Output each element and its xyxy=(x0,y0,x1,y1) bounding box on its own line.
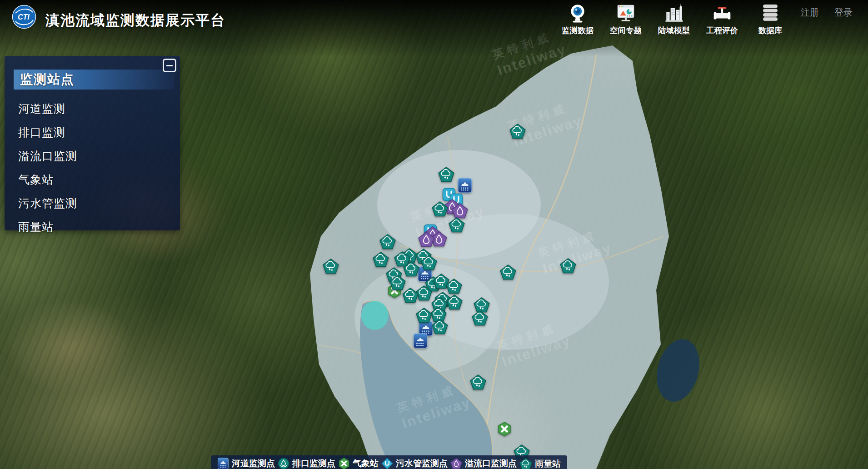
river-station-marker[interactable] xyxy=(458,178,472,193)
webcam-icon xyxy=(567,3,588,24)
rain-station-marker[interactable] xyxy=(509,124,526,140)
overflow-station-marker[interactable] xyxy=(452,203,468,219)
panel-item-rain-station[interactable]: 雨量站 xyxy=(18,220,180,234)
nav-item-land-model[interactable]: 陆域模型 xyxy=(650,3,698,36)
rain-station-marker[interactable] xyxy=(432,319,448,335)
legend-item-overflow: 溢流口监测点 xyxy=(450,458,517,469)
rain-station-marker[interactable] xyxy=(373,252,389,268)
login-link[interactable]: 登录 xyxy=(834,6,853,19)
database-icon xyxy=(760,3,781,24)
rain-station-marker[interactable] xyxy=(416,308,432,324)
rain-station-marker[interactable] xyxy=(449,217,465,233)
rain-station-marker[interactable] xyxy=(389,275,406,291)
river-station-marker[interactable] xyxy=(413,333,428,349)
legend-item-outlet: 排口监测点 xyxy=(278,458,335,469)
rain-station-marker[interactable] xyxy=(472,310,488,326)
panel-item-overflow-monitoring[interactable]: 溢流口监测 xyxy=(18,149,180,164)
monitoring-stations-panel: 监测站点 河道监测 排口监测 溢流口监测 气象站 污水管监测 雨量站 xyxy=(5,56,180,230)
legend-item-river: 河道监测点 xyxy=(217,458,275,469)
rain-station-marker[interactable] xyxy=(379,234,396,250)
nav-item-spatial-topics[interactable]: 空间专题 xyxy=(602,3,650,36)
nav-label: 数据库 xyxy=(758,25,783,36)
sewage-marker-icon xyxy=(381,458,393,469)
company-logo-icon: CTI xyxy=(12,5,36,29)
rain-station-marker[interactable] xyxy=(560,258,576,274)
panel-item-outlet-monitoring[interactable]: 排口监测 xyxy=(18,125,180,140)
nav-label: 监测数据 xyxy=(562,25,594,36)
rain-station-marker[interactable] xyxy=(421,255,437,271)
panel-header: 监测站点 xyxy=(14,70,175,90)
buildings-icon xyxy=(663,3,684,24)
legend-label: 河道监测点 xyxy=(232,458,275,469)
nav-label: 空间专题 xyxy=(610,25,642,36)
weather-marker-icon xyxy=(338,458,350,469)
nav-item-monitoring-data[interactable]: 监测数据 xyxy=(554,3,602,36)
river-marker-icon xyxy=(217,458,229,469)
nav-label: 陆域模型 xyxy=(658,25,690,36)
monitor-chart-icon xyxy=(615,3,636,24)
panel-item-weather-station[interactable]: 气象站 xyxy=(18,172,180,187)
legend-item-weather: 气象站 xyxy=(338,458,379,469)
panel-item-sewage-monitoring[interactable]: 污水管监测 xyxy=(18,196,180,211)
nav-item-database[interactable]: 数据库 xyxy=(746,3,794,36)
pipe-valve-icon xyxy=(712,3,733,24)
panel-collapse-button[interactable] xyxy=(163,59,176,72)
page-title: 滇池流域监测数据展示平台 xyxy=(45,11,225,30)
nav-label: 工程评价 xyxy=(706,25,738,36)
svg-text:CTI: CTI xyxy=(18,13,30,21)
legend-label: 排口监测点 xyxy=(292,458,335,469)
panel-item-river-monitoring[interactable]: 河道监测 xyxy=(18,101,180,116)
rain-marker-icon xyxy=(519,458,532,469)
legend-label: 溢流口监测点 xyxy=(465,458,517,469)
outlet-marker-icon xyxy=(278,458,289,469)
main-nav: 监测数据 空间专题 xyxy=(554,3,794,36)
rain-station-marker[interactable] xyxy=(470,374,486,390)
legend-label: 气象站 xyxy=(353,458,379,469)
map-stage[interactable]: 英特利威Inteliway英特利威Inteliway英特利威Inteliway英… xyxy=(0,0,868,469)
legend-label: 污水管监测点 xyxy=(396,458,448,469)
rain-station-marker[interactable] xyxy=(500,264,516,280)
overflow-station-marker[interactable] xyxy=(418,232,434,248)
weather-station-marker[interactable] xyxy=(497,422,512,436)
top-bar: CTI 滇池流域监测数据展示平台 监测数据 xyxy=(0,0,868,57)
nav-item-project-evaluation[interactable]: 工程评价 xyxy=(698,3,746,36)
rain-station-marker[interactable] xyxy=(323,259,339,274)
rain-station-marker[interactable] xyxy=(446,294,463,310)
rain-station-marker[interactable] xyxy=(432,201,448,217)
overflow-marker-icon xyxy=(450,458,462,469)
map-legend: 河道监测点 排口监测点 气象站 污水管监测点 溢流口监测点 雨量站 xyxy=(211,455,567,469)
panel-title: 监测站点 xyxy=(20,71,75,88)
legend-item-rain: 雨量站 xyxy=(519,458,561,469)
panel-menu: 河道监测 排口监测 溢流口监测 气象站 污水管监测 雨量站 xyxy=(18,101,180,234)
legend-label: 雨量站 xyxy=(535,458,561,469)
minimize-icon xyxy=(166,65,173,66)
rain-station-marker[interactable] xyxy=(438,167,454,183)
register-link[interactable]: 注册 xyxy=(801,6,819,19)
legend-item-sewage: 污水管监测点 xyxy=(381,458,448,469)
